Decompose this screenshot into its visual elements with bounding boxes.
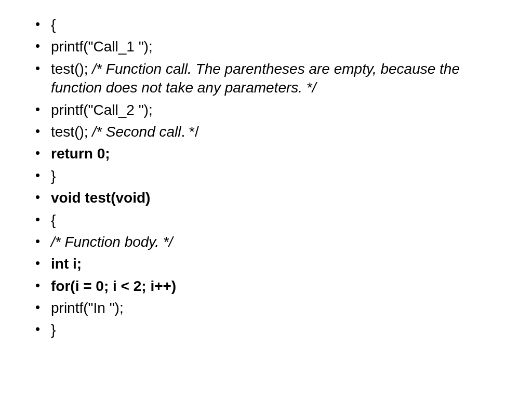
code-text: printf("In "); [51,300,124,316]
code-text: { [51,17,56,33]
code-comment: /* Function body. */ [51,234,173,250]
code-comment: /* Function call. The parentheses are em… [51,61,460,96]
bullet-item: return 0; [31,144,501,163]
code-text: } [51,322,56,338]
bullet-item: printf("Call_1 "); [31,37,501,56]
bullet-list: { printf("Call_1 "); test(); /* Function… [31,16,501,340]
bullet-item: /* Function body. */ [31,233,501,251]
bullet-item: { [31,211,501,230]
code-text: . */ [181,124,199,140]
code-text: int i; [51,256,82,272]
slide: { printf("Call_1 "); test(); /* Function… [0,0,532,399]
code-text: for(i = 0; i < 2; i++) [51,278,176,294]
bullet-item: { [31,16,501,34]
bullet-item: void test(void) [31,189,501,207]
bullet-item: int i; [31,255,501,273]
code-text: printf("Call_1 "); [51,38,153,55]
bullet-item: printf("In "); [31,299,501,317]
bullet-item: test(); /* Second call. */ [31,123,501,141]
code-text: test(); [51,124,92,140]
code-text: { [51,212,56,228]
code-text: } [51,168,56,184]
bullet-item: test(); /* Function call. The parenthese… [31,60,501,98]
bullet-item: printf("Call_2 "); [31,101,501,119]
bullet-item: } [31,167,501,185]
code-comment: /* Second call [92,124,181,140]
code-text: return 0; [51,145,110,162]
code-text: printf("Call_2 "); [51,102,153,118]
bullet-item: } [31,321,501,339]
bullet-item: for(i = 0; i < 2; i++) [31,277,501,296]
code-text: void test(void) [51,190,150,206]
code-text: test(); [51,61,92,77]
